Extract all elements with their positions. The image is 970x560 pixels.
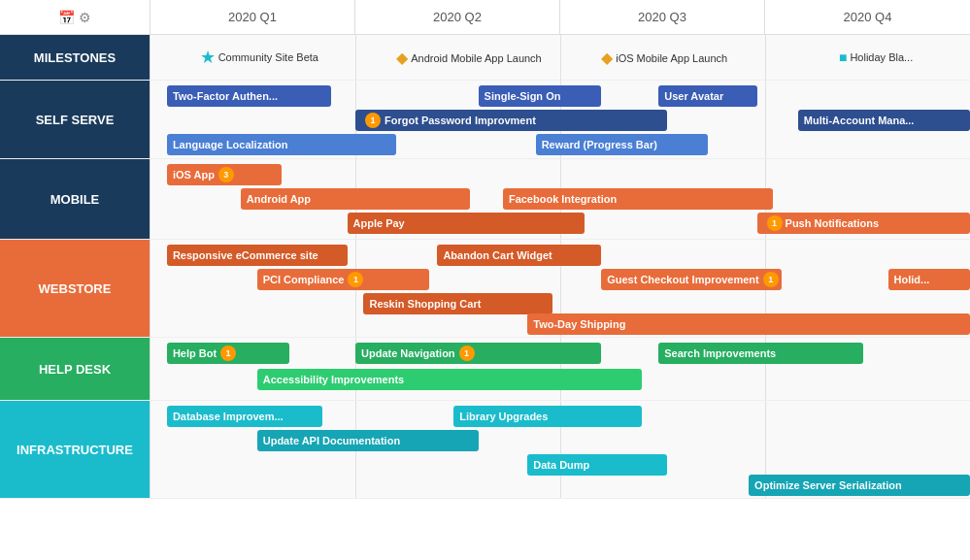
badge-pci: 1	[348, 272, 363, 287]
bar-search-improvements[interactable]: Search Improvements	[658, 343, 863, 364]
selfserve-label: SELF SERVE	[0, 81, 151, 158]
bar-facebook[interactable]: Facebook Integration	[503, 188, 774, 210]
mobile-content: iOS App3 Android App Facebook Integratio…	[151, 159, 970, 239]
bar-pci[interactable]: PCI Compliance1	[257, 269, 429, 290]
badge-ios: 3	[218, 167, 234, 182]
bar-server-serial[interactable]: Optimize Server Serialization	[749, 475, 970, 496]
bar-ios-app[interactable]: iOS App3	[167, 164, 282, 185]
star-icon: ★	[200, 47, 216, 68]
bar-two-factor[interactable]: Two-Factor Authen...	[167, 85, 331, 107]
quarter-q3: 2020 Q3	[560, 0, 765, 34]
helpdesk-label: HELP DESK	[0, 338, 151, 400]
mobile-label: MOBILE	[0, 159, 151, 239]
bar-update-nav[interactable]: Update Navigation1	[355, 343, 601, 364]
bar-android-app[interactable]: Android App	[241, 188, 470, 210]
milestones-content: ★ Community Site Beta ◆ Android Mobile A…	[151, 35, 970, 80]
bar-abandon-cart[interactable]: Abandon Cart Widget	[437, 245, 601, 266]
milestone-holiday: ■ Holiday Bla...	[839, 49, 913, 65]
bar-responsive[interactable]: Responsive eCommerce site	[167, 245, 348, 266]
infrastructure-content: Database Improvem... Library Upgrades Up…	[151, 401, 970, 498]
bar-push-notif[interactable]: 1 Push Notifications	[757, 213, 970, 234]
selfserve-row: SELF SERVE Two-Factor Authen... Single-S…	[0, 81, 970, 159]
bar-holid[interactable]: Holid...	[888, 269, 970, 290]
bar-guest-checkout[interactable]: Guest Checkout Improvement14	[601, 269, 782, 290]
webstore-row: WEBSTORE Responsive eCommerce site Aband…	[0, 240, 970, 338]
header-label-cell: 📅 ⚙	[0, 0, 151, 34]
bar-language[interactable]: Language Localization	[167, 134, 396, 155]
bar-api-docs[interactable]: Update API Documentation	[257, 430, 479, 451]
calendar-icon: 📅	[58, 10, 75, 25]
diamond-icon: ◆	[396, 49, 408, 67]
helpdesk-row: HELP DESK Help Bot1 Update Navigation1 S…	[0, 338, 970, 401]
badge-guest1: 1	[763, 272, 779, 287]
square-icon: ■	[839, 49, 847, 65]
quarter-q4: 2020 Q4	[765, 0, 970, 34]
quarter-q1: 2020 Q1	[151, 0, 355, 34]
bar-accessibility[interactable]: Accessibility Improvements	[257, 369, 643, 390]
bar-help-bot[interactable]: Help Bot1	[167, 343, 290, 364]
milestone-android: ◆ Android Mobile App Launch	[396, 49, 542, 67]
bar-avatar[interactable]: User Avatar	[658, 85, 756, 107]
bar-database[interactable]: Database Improvem...	[167, 406, 322, 427]
infrastructure-row: INFRASTRUCTURE Database Improvem... Libr…	[0, 401, 970, 499]
mobile-row: MOBILE iOS App3 Android App Facebook Int…	[0, 159, 970, 240]
settings-icon[interactable]: ⚙	[79, 10, 91, 25]
milestones-row: MILESTONES ★ Community Site Beta ◆ Andro…	[0, 35, 970, 81]
milestones-label: MILESTONES	[0, 35, 151, 80]
selfserve-content: Two-Factor Authen... Single-Sign On User…	[151, 81, 970, 158]
quarters-header: 2020 Q1 2020 Q2 2020 Q3 2020 Q4	[151, 0, 970, 34]
diamond-icon-2: ◆	[601, 49, 613, 67]
bar-multiaccount[interactable]: Multi-Account Mana...	[798, 110, 970, 131]
bar-two-day[interactable]: Two-Day Shipping	[527, 313, 970, 335]
webstore-label: WEBSTORE	[0, 240, 151, 337]
milestone-community: ★ Community Site Beta	[200, 47, 318, 68]
quarter-q2: 2020 Q2	[355, 0, 560, 34]
milestone-ios: ◆ iOS Mobile App Launch	[601, 49, 727, 67]
bar-reward[interactable]: Reward (Progress Bar)	[536, 134, 708, 155]
bar-library[interactable]: Library Upgrades	[453, 406, 642, 427]
gantt-chart: 📅 ⚙ 2020 Q1 2020 Q2 2020 Q3 2020 Q4 MILE…	[0, 0, 970, 560]
bar-apple-pay[interactable]: Apple Pay	[348, 213, 585, 234]
bar-sso[interactable]: Single-Sign On	[479, 85, 602, 107]
badge-push: 1	[767, 215, 783, 231]
bar-forgot-password[interactable]: 1 Forgot Password Improvment	[355, 110, 667, 131]
header-row: 📅 ⚙ 2020 Q1 2020 Q2 2020 Q3 2020 Q4	[0, 0, 970, 35]
badge-helpbot: 1	[220, 346, 236, 361]
bar-reskin[interactable]: Reskin Shopping Cart	[363, 293, 552, 314]
infrastructure-label: INFRASTRUCTURE	[0, 401, 151, 498]
badge-nav: 1	[459, 346, 475, 361]
bar-data-dump[interactable]: Data Dump	[527, 454, 666, 476]
webstore-content: Responsive eCommerce site Abandon Cart W…	[151, 240, 970, 337]
helpdesk-content: Help Bot1 Update Navigation1 Search Impr…	[151, 338, 970, 400]
badge-forgot: 1	[365, 113, 381, 128]
